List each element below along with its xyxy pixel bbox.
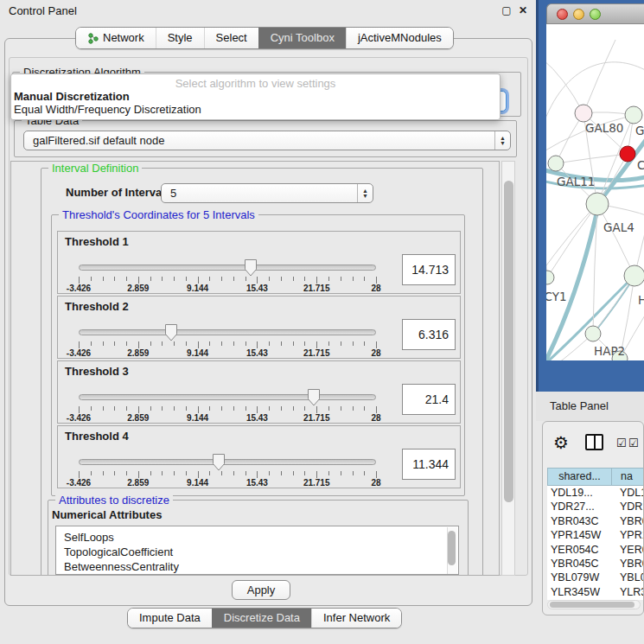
split-columns-icon[interactable] bbox=[585, 434, 603, 450]
table-cell: YLR3 bbox=[611, 585, 644, 599]
table-cell: YDL1 bbox=[611, 486, 644, 500]
close-icon[interactable]: ✕ bbox=[517, 4, 529, 16]
popup-hint: Select algorithm to view settings bbox=[11, 77, 500, 90]
table-row[interactable]: YPR145WYPR1 bbox=[547, 528, 644, 542]
threshold-value-field[interactable]: 11.344 bbox=[402, 449, 456, 480]
number-of-intervals-combo[interactable]: 5 ▲▼ bbox=[161, 183, 373, 203]
table-row[interactable]: YBR045CYBR0 bbox=[547, 557, 644, 571]
HAP2-node[interactable] bbox=[585, 326, 601, 341]
tab-label: Cyni Toolbox bbox=[271, 28, 335, 48]
table-cell: YBL0 bbox=[611, 571, 644, 584]
node[interactable] bbox=[620, 146, 635, 162]
node-label-ga: GA bbox=[635, 124, 644, 137]
float-window-icon[interactable]: ▢ bbox=[501, 4, 513, 16]
minimize-traffic-icon[interactable] bbox=[573, 9, 584, 20]
node-label-gal80: GAL80 bbox=[585, 121, 623, 135]
table-row[interactable]: YBR043CYBR0 bbox=[547, 514, 644, 528]
thresholds-group: Threshold's Coordinates for 5 Intervals … bbox=[51, 214, 465, 496]
GAL4-node[interactable] bbox=[586, 193, 609, 215]
slider-tick-labels: -3.4262.8599.14415.4321.71528 bbox=[79, 478, 376, 488]
tab-jactivemnodules[interactable]: jActiveMNodules bbox=[346, 28, 453, 48]
threshold-value-field[interactable]: 21.4 bbox=[402, 384, 456, 415]
table-cell: YDR2 bbox=[611, 500, 644, 513]
numerical-attributes-list: SelfLoopsTopologicalCoefficientBetweenne… bbox=[55, 526, 459, 575]
node[interactable] bbox=[624, 265, 644, 286]
tab-infer-network[interactable]: Infer Network bbox=[311, 609, 401, 628]
popup-item-manual[interactable]: Manual Discretization bbox=[14, 90, 130, 103]
network-canvas[interactable]: GAL80GACGAL11GAL4GCY1HHAP2 bbox=[546, 24, 644, 360]
node[interactable] bbox=[625, 106, 642, 124]
table-row[interactable]: YBL079WYBL0 bbox=[547, 571, 644, 584]
threshold-label: Threshold 3 bbox=[65, 365, 129, 378]
column-header-1[interactable]: shared... bbox=[547, 468, 611, 486]
slider-tick-labels: -3.4262.8599.14415.4321.71528 bbox=[79, 284, 376, 294]
attribute-list-item[interactable]: BetweennessCentrality bbox=[56, 559, 458, 574]
GAL11-node[interactable] bbox=[548, 156, 564, 171]
table-row[interactable]: YLR345WYLR3 bbox=[547, 585, 644, 599]
threshold-row-4: Threshold 4-3.4262.8599.14415.4321.71528… bbox=[57, 425, 461, 488]
tab-impute-data[interactable]: Impute Data bbox=[128, 609, 212, 628]
attribute-list-item[interactable]: TopologicalCoefficient bbox=[56, 545, 458, 559]
table-row[interactable]: YDR27...YDR2 bbox=[547, 500, 644, 513]
combo-stepper-icon[interactable]: ▲▼ bbox=[494, 131, 510, 150]
threshold-row-3: Threshold 3-3.4262.8599.14415.4321.71528… bbox=[57, 360, 461, 424]
checkbox-icon[interactable]: ☑ bbox=[616, 437, 627, 450]
control-panel-title: Control Panel bbox=[9, 4, 77, 17]
table-row[interactable]: YER054CYER0 bbox=[547, 543, 644, 557]
maximize-traffic-icon[interactable] bbox=[590, 9, 601, 20]
column-header-2[interactable]: na bbox=[611, 468, 644, 486]
combo-stepper-icon[interactable]: ▲▼ bbox=[357, 184, 373, 202]
content-scrollbar-thumb[interactable] bbox=[504, 181, 513, 502]
network-edge bbox=[597, 204, 634, 276]
threshold-slider-handle[interactable] bbox=[164, 323, 178, 342]
threshold-slider-handle[interactable] bbox=[244, 258, 258, 277]
tab-label: Style bbox=[168, 28, 193, 48]
table-row[interactable]: YDL19...YDL1 bbox=[547, 486, 644, 500]
app-root: Control Panel ▢ ✕ NetworkStyleSelectCyni… bbox=[0, 0, 644, 644]
tab-select[interactable]: Select bbox=[204, 28, 258, 48]
threshold-slider-handle[interactable] bbox=[307, 388, 321, 407]
table-cell: YER0 bbox=[611, 543, 644, 557]
table-hscrollbar-thumb[interactable] bbox=[550, 602, 634, 608]
tab-network[interactable]: Network bbox=[76, 28, 156, 48]
attribute-list-item[interactable]: SelfLoops bbox=[56, 526, 458, 545]
threshold-label: Threshold 4 bbox=[65, 430, 129, 443]
network-graph: GAL80GACGAL11GAL4GCY1HHAP2 bbox=[546, 24, 644, 360]
table-panel-title: Table Panel bbox=[550, 399, 609, 412]
table-cell: YBR0 bbox=[611, 514, 644, 528]
table-cell: YBR0 bbox=[611, 557, 644, 571]
close-traffic-icon[interactable] bbox=[557, 9, 568, 20]
table-cell: YBR045C bbox=[547, 557, 611, 571]
popup-item-equal-width[interactable]: Equal Width/Frequency Discretization bbox=[14, 103, 201, 116]
table-cell: YBL079W bbox=[547, 571, 611, 584]
GCY1-node[interactable] bbox=[546, 271, 554, 284]
table-panel: ⚙ ☑ ☑ shared...na YDL19...YDL1YDR27...YD… bbox=[542, 421, 644, 615]
tab-cyni-toolbox[interactable]: Cyni Toolbox bbox=[258, 28, 346, 48]
table-cell: YDL19... bbox=[547, 486, 611, 500]
checkbox-icon[interactable]: ☑ bbox=[628, 437, 639, 450]
threshold-slider-track[interactable] bbox=[79, 394, 376, 400]
threshold-value-field[interactable]: 14.713 bbox=[402, 254, 456, 285]
tab-style[interactable]: Style bbox=[156, 28, 204, 48]
tab-label: Select bbox=[216, 28, 247, 48]
node-label-gal4: GAL4 bbox=[603, 220, 634, 234]
table-cell: YER054C bbox=[547, 543, 611, 557]
gear-icon[interactable]: ⚙ bbox=[553, 432, 569, 453]
algorithm-popup: Select algorithm to view settings Manual… bbox=[10, 73, 501, 120]
GAL80-node[interactable] bbox=[575, 105, 592, 122]
list-scrollbar-thumb[interactable] bbox=[448, 531, 456, 565]
tab-discretize-data[interactable]: Discretize Data bbox=[212, 609, 311, 628]
number-of-intervals-label: Number of Intervals bbox=[66, 186, 171, 199]
apply-button[interactable]: Apply bbox=[232, 580, 290, 600]
threshold-slider-track[interactable] bbox=[79, 329, 376, 335]
threshold-slider-handle[interactable] bbox=[212, 453, 226, 472]
tab-label: jActiveMNodules bbox=[358, 28, 442, 48]
threshold-slider-track[interactable] bbox=[79, 265, 376, 271]
threshold-row-1: Threshold 1-3.4262.8599.14415.4321.71528… bbox=[57, 231, 461, 294]
table-data-combo[interactable]: galFiltered.sif default node ▲▼ bbox=[23, 131, 511, 150]
content-scrollbar bbox=[501, 161, 515, 576]
threshold-slider-track[interactable] bbox=[79, 459, 376, 465]
tab-label: Network bbox=[103, 28, 144, 48]
list-scrollbar bbox=[447, 527, 457, 575]
threshold-value-field[interactable]: 6.316 bbox=[402, 319, 456, 350]
